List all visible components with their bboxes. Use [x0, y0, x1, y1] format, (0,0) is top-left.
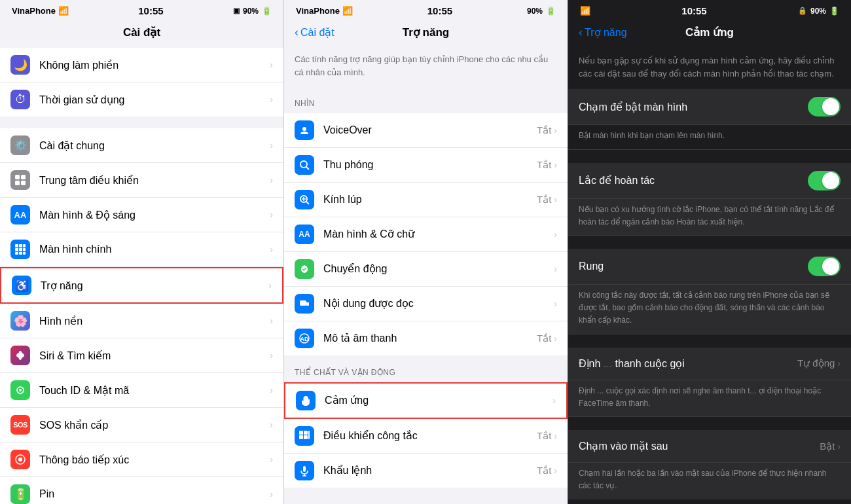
settings-row-general[interactable]: ⚙️ Cài đặt chung ›	[0, 128, 283, 163]
back-button-3[interactable]: ‹ Trợ năng	[579, 26, 627, 39]
settings-row-display[interactable]: AA Màn hình & Độ sáng ›	[0, 198, 283, 232]
chevron-siri: ›	[270, 350, 273, 361]
svg-point-20	[300, 161, 307, 168]
panel-settings-main: VinaPhone 📶 10:55 ▣ 90% 🔋 Cài đặt 🌙 Khôn…	[0, 0, 283, 504]
icon-display-text: AA	[295, 225, 314, 244]
row-audio-desc[interactable]: AD Mô tả âm thanh Tắt ›	[284, 321, 568, 355]
section-nhin: NHÌN	[284, 86, 568, 113]
icon-spoken	[295, 294, 314, 314]
settings-row-control-center[interactable]: Trung tâm điều khiển ›	[0, 163, 283, 198]
row-touch[interactable]: Cảm ứng ›	[284, 382, 568, 419]
chevron-motion: ›	[554, 264, 557, 274]
row-shake[interactable]: Lắc để hoàn tác	[568, 163, 851, 199]
carrier-1: VinaPhone	[12, 6, 56, 16]
label-home-screen: Màn hình chính	[39, 243, 270, 255]
toggle-vibration[interactable]	[808, 257, 841, 276]
physical-group: Cảm ứng › Điều khiển công tắc Tắt ›	[284, 382, 568, 488]
svg-rect-26	[300, 300, 306, 306]
svg-rect-4	[15, 244, 18, 247]
settings-row-accessibility[interactable]: ♿ Trợ năng ›	[0, 267, 283, 304]
svg-rect-1	[21, 175, 26, 179]
label-accessibility: Trợ năng	[41, 279, 268, 292]
value-switch-control: Tắt	[537, 430, 551, 442]
row-vibration[interactable]: Rung	[568, 249, 851, 285]
label-display-text: Màn hình & Cỡ chữ	[323, 228, 554, 240]
value-voiceover: Tắt	[537, 124, 551, 136]
row-display-text[interactable]: AA Màn hình & Cỡ chữ ›	[284, 217, 568, 252]
label-audio-desc: Mô tả âm thanh	[323, 332, 537, 344]
gap-4	[568, 150, 851, 163]
signal-icon-1: ▣	[233, 7, 240, 15]
svg-point-16	[19, 389, 22, 391]
row-magnifier[interactable]: Kính lúp Tắt ›	[284, 183, 568, 217]
settings-row-siri[interactable]: Siri & Tìm kiếm ›	[0, 338, 283, 373]
icon-voice-control	[295, 461, 314, 480]
settings-row-battery[interactable]: 🔋 Pin ›	[0, 477, 283, 504]
icon-control-center	[10, 170, 30, 190]
label-siri: Siri & Tìm kiếm	[39, 350, 270, 362]
value-back-touch: Bật	[820, 441, 835, 452]
lock-icon-3: 🔒	[798, 7, 807, 15]
battery-pct-3: 90%	[810, 7, 826, 16]
chevron-wallpaper: ›	[270, 315, 273, 326]
chevron-accessibility: ›	[268, 280, 272, 291]
label-back-touch: Chạm vào mặt sau	[579, 440, 820, 452]
icon-touch	[296, 391, 316, 410]
time-2: 10:55	[427, 5, 452, 16]
settings-row-wallpaper[interactable]: 🌸 Hình nền ›	[0, 304, 283, 338]
row-motion[interactable]: Chuyển động ›	[284, 252, 568, 287]
row-switch-control[interactable]: Điều khiển công tắc Tắt ›	[284, 419, 568, 454]
settings-row-do-not-disturb[interactable]: 🌙 Không làm phiền ›	[0, 48, 283, 82]
icon-battery: 🔋	[10, 484, 30, 504]
label-motion: Chuyển động	[323, 262, 554, 275]
icon-touch-id	[10, 380, 30, 400]
battery-icon-3: 🔋	[829, 7, 839, 16]
toggle-touch-to-wake[interactable]	[808, 97, 841, 117]
shake-desc-container: Nếu bạn có xu hướng tình cờ lắc iPhone, …	[568, 199, 851, 236]
icon-screen-time: ⏱	[10, 90, 30, 109]
row-zoom[interactable]: Thu phóng Tắt ›	[284, 148, 568, 183]
row-voiceover[interactable]: VoiceOver Tắt ›	[284, 113, 568, 148]
battery-area-2: 90% 🔋	[527, 7, 556, 16]
toggle-shake[interactable]	[808, 171, 841, 190]
back-label-2: Cài đặt	[300, 26, 335, 39]
chevron-battery: ›	[270, 489, 273, 499]
settings-row-touch-id[interactable]: Touch ID & Mật mã ›	[0, 373, 283, 408]
row-back-touch[interactable]: Chạm vào mặt sau Bật ›	[568, 430, 851, 463]
chevron-sos: ›	[270, 420, 273, 430]
row-touch-to-wake[interactable]: Chạm để bật màn hình	[568, 89, 851, 125]
back-button-2[interactable]: ‹ Cài đặt	[295, 26, 335, 39]
battery-area-1: ▣ 90% 🔋	[233, 7, 272, 16]
settings-row-screen-time[interactable]: ⏱ Thời gian sử dụng ›	[0, 82, 283, 117]
status-carrier-2: VinaPhone 📶	[296, 6, 353, 16]
panel-touch: 📶 10:55 🔒 90% 🔋 ‹ Trợ năng Cảm ứng Nếu b…	[568, 0, 851, 504]
chevron-audio-desc: ›	[554, 333, 557, 344]
touch-scroll[interactable]: Nếu bạn gặp sự cố khi sử dụng màn hình c…	[568, 48, 851, 504]
settings-row-sos[interactable]: SOS SOS khẩn cấp ›	[0, 408, 283, 442]
chevron-display-text: ›	[554, 229, 557, 240]
label-touch-id: Touch ID & Mật mã	[39, 384, 270, 397]
call-desc: Định ... cuộc gọi xác định nơi sẽ nghe â…	[579, 386, 821, 408]
settings-scroll-1[interactable]: 🌙 Không làm phiền › ⏱ Thời gian sử dụng …	[0, 48, 283, 504]
row-call-audio[interactable]: Định ... thanh cuộc gọi Tự động ›	[568, 348, 851, 380]
gap-7	[568, 417, 851, 430]
row-voice-control[interactable]: Khẩu lệnh Tắt ›	[284, 454, 568, 488]
gap-5	[568, 236, 851, 249]
svg-point-14	[18, 351, 22, 360]
settings-row-exposure[interactable]: Thông báo tiếp xúc ›	[0, 442, 283, 477]
gap-6	[568, 334, 851, 348]
svg-rect-12	[23, 252, 26, 255]
row-spoken[interactable]: Nội dung được đọc ›	[284, 287, 568, 321]
label-touch-to-wake: Chạm để bật màn hình	[579, 101, 808, 113]
accessibility-scroll[interactable]: Các tính năng trợ năng giúp bạn tùy chỉn…	[284, 48, 568, 504]
label-general: Cài đặt chung	[39, 139, 270, 152]
vibration-desc: Khi công tắc này được tắt, tất cả cảnh b…	[579, 291, 829, 325]
label-zoom: Thu phóng	[323, 159, 537, 171]
label-exposure: Thông báo tiếp xúc	[39, 454, 270, 466]
settings-row-home-screen[interactable]: Màn hình chính ›	[0, 232, 283, 267]
intro-text: Nếu bạn gặp sự cố khi sử dụng màn hình c…	[579, 56, 834, 79]
icon-wallpaper: 🌸	[10, 311, 30, 331]
chevron-screen-time: ›	[270, 94, 273, 105]
label-magnifier: Kính lúp	[323, 194, 537, 206]
icon-switch-control	[295, 426, 314, 446]
